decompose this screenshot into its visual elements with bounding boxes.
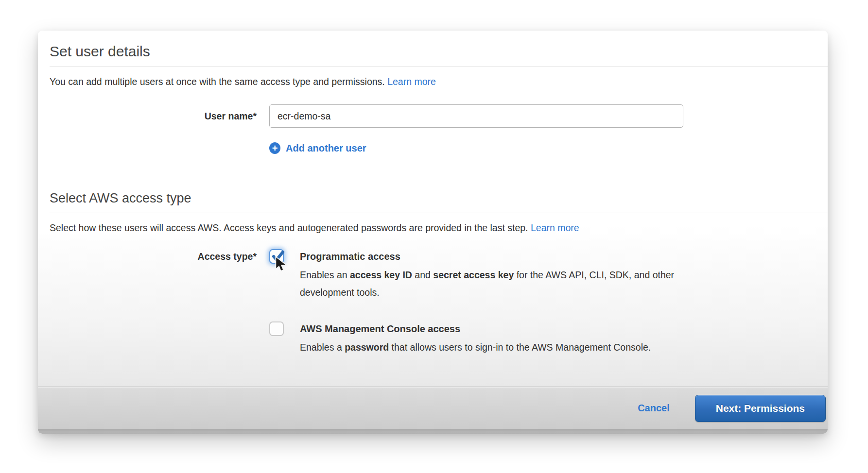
section-divider	[50, 67, 828, 67]
access-type-options: Programmatic access Enables an access ke…	[269, 249, 711, 356]
programmatic-access-title[interactable]: Programmatic access	[300, 249, 711, 264]
programmatic-access-description: Enables an access key ID and secret acce…	[300, 266, 711, 301]
checkmark-icon	[271, 249, 285, 265]
desc-text: Enables an	[300, 270, 350, 280]
username-input[interactable]	[269, 104, 683, 128]
access-type-intro-text: Select how these users will access AWS. …	[50, 222, 528, 233]
option-programmatic-access: Programmatic access Enables an access ke…	[269, 249, 711, 301]
page-title: Set user details	[50, 43, 816, 60]
option-console-access: AWS Management Console access Enables a …	[269, 321, 711, 356]
add-another-user-button[interactable]: + Add another user	[269, 142, 366, 154]
cancel-button[interactable]: Cancel	[638, 403, 670, 414]
learn-more-link-user-details[interactable]: Learn more	[387, 76, 436, 87]
programmatic-access-checkbox-wrap	[269, 249, 284, 264]
console-access-checkbox-wrap	[269, 321, 284, 336]
access-type-intro: Select how these users will access AWS. …	[50, 221, 816, 234]
console-access-checkbox[interactable]	[269, 321, 284, 336]
wizard-body: Set user details You can add multiple us…	[38, 31, 828, 387]
console-access-title[interactable]: AWS Management Console access	[300, 321, 651, 336]
section-divider	[50, 213, 828, 213]
user-details-intro: You can add multiple users at once with …	[50, 75, 816, 88]
programmatic-access-text: Programmatic access Enables an access ke…	[300, 249, 711, 301]
username-label: User name*	[50, 104, 269, 122]
username-row: User name*	[50, 104, 816, 128]
access-type-label: Access type*	[50, 249, 269, 262]
next-permissions-button[interactable]: Next: Permissions	[695, 395, 826, 422]
console-access-text: AWS Management Console access Enables a …	[300, 321, 651, 356]
panel-bottom-edge	[38, 429, 828, 434]
desc-text: Enables a	[300, 342, 345, 353]
desc-bold: password	[345, 342, 389, 353]
desc-text: and	[412, 270, 433, 280]
user-details-intro-text: You can add multiple users at once with …	[50, 76, 385, 87]
console-access-description: Enables a password that allows users to …	[300, 338, 651, 356]
add-another-user-label: Add another user	[286, 143, 366, 154]
circle-plus-icon: +	[269, 142, 280, 154]
access-type-section-title: Select AWS access type	[50, 191, 816, 206]
desc-bold: secret access key	[433, 270, 514, 280]
access-type-row: Access type*	[50, 249, 816, 356]
desc-text: that allows users to sign-in to the AWS …	[389, 342, 651, 353]
desc-bold: access key ID	[350, 270, 412, 280]
learn-more-link-access-type[interactable]: Learn more	[531, 222, 579, 233]
add-user-wizard-panel: Set user details You can add multiple us…	[38, 31, 828, 434]
programmatic-access-checkbox[interactable]	[269, 249, 284, 264]
wizard-footer: Cancel Next: Permissions	[38, 387, 828, 429]
